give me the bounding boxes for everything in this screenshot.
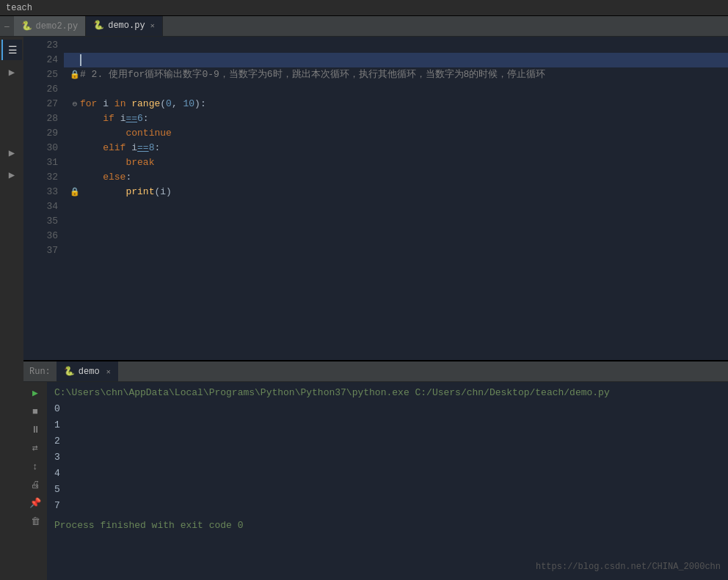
run-print-button[interactable]: 🖨 bbox=[26, 477, 45, 493]
code-line-31: break bbox=[64, 155, 728, 170]
watermark: https://blog.csdn.net/CHINA_2000chn bbox=[536, 559, 721, 574]
editor-area: 23 24 25 26 27 28 29 30 31 32 33 34 35 3… bbox=[23, 37, 728, 580]
sidebar-icon-3[interactable]: ▶ bbox=[1, 142, 22, 163]
code-line-30: elif i==8: bbox=[64, 141, 728, 155]
comment-hash: # 2. bbox=[80, 67, 109, 82]
code-line-35 bbox=[64, 214, 728, 229]
minus-icon: — bbox=[4, 22, 10, 31]
output-4: 4 bbox=[54, 466, 721, 482]
sidebar-icons: ☰ ▶ ▶ ▶ bbox=[0, 37, 23, 580]
run-tab-name: demo bbox=[79, 367, 100, 377]
run-pause-button[interactable]: ⏸ bbox=[26, 422, 45, 438]
tab-demo2-icon: 🐍 bbox=[21, 21, 32, 32]
sidebar-icon-2[interactable]: ▶ bbox=[1, 62, 22, 82]
tab-demo2[interactable]: 🐍 demo2.py bbox=[14, 16, 87, 36]
run-tab-bar: Run: 🐍 demo ✕ bbox=[23, 361, 728, 382]
tab-bar-left-icon: — bbox=[0, 16, 14, 36]
tab-bar: — 🐍 demo2.py 🐍 demo.py ✕ bbox=[0, 16, 728, 37]
run-tab-close[interactable]: ✕ bbox=[106, 367, 111, 376]
run-pin-button[interactable]: 📌 bbox=[26, 495, 45, 511]
tab-demo-icon: 🐍 bbox=[93, 20, 104, 31]
code-line-26 bbox=[64, 82, 728, 97]
code-line-32: else: bbox=[64, 170, 728, 185]
run-step-button[interactable]: ↕ bbox=[26, 458, 45, 474]
run-tab-icon: 🐍 bbox=[64, 366, 75, 377]
comment-text: 使用for循环输出数字0-9，当数字为6时，跳出本次循环，执行其他循环，当数字为… bbox=[109, 67, 545, 82]
run-trash-button[interactable]: 🗑 bbox=[26, 513, 45, 529]
code-line-36 bbox=[64, 229, 728, 243]
code-line-34 bbox=[64, 199, 728, 214]
run-output: C:\Users\chn\AppData\Local\Programs\Pyth… bbox=[47, 382, 728, 580]
output-5: 5 bbox=[54, 482, 721, 498]
code-line-25: 🔒 # 2. 使用for循环输出数字0-9，当数字为6时，跳出本次循环，执行其他… bbox=[64, 67, 728, 82]
run-body: ▶ ■ ⏸ ⇄ ↕ 🖨 📌 🗑 C:\Users\chn\AppData\Loc… bbox=[23, 382, 728, 580]
run-rerun-button[interactable]: ⇄ bbox=[26, 440, 45, 456]
output-1: 1 bbox=[54, 417, 721, 433]
cursor bbox=[80, 54, 81, 66]
run-command-line: C:\Users\chn\AppData\Local\Programs\Pyth… bbox=[54, 385, 721, 401]
menu-bar: teach bbox=[0, 0, 728, 16]
output-0: 0 bbox=[54, 401, 721, 417]
code-line-28: if i==6: bbox=[64, 111, 728, 126]
run-text: Run: bbox=[29, 367, 51, 377]
code-line-23 bbox=[64, 38, 728, 53]
tab-demo-close[interactable]: ✕ bbox=[150, 21, 155, 30]
app-title: teach bbox=[6, 3, 32, 13]
output-2: 2 bbox=[54, 433, 721, 449]
output-3: 3 bbox=[54, 449, 721, 466]
editor-container: ☰ ▶ ▶ ▶ 23 24 25 26 27 28 29 30 31 32 33… bbox=[0, 37, 728, 580]
code-line-33: 🔒 print(i) bbox=[64, 185, 728, 199]
run-play-button[interactable]: ▶ bbox=[26, 385, 45, 401]
run-stop-button[interactable]: ■ bbox=[26, 403, 45, 419]
process-finished: Process finished with exit code 0 bbox=[54, 518, 721, 533]
run-label: Run: bbox=[23, 361, 57, 381]
sidebar-structure-icon[interactable]: ☰ bbox=[1, 40, 22, 60]
tab-demo[interactable]: 🐍 demo.py ✕ bbox=[86, 16, 162, 36]
sidebar-icon-4[interactable]: ▶ bbox=[1, 164, 22, 185]
tab-demo-label: demo.py bbox=[108, 21, 145, 31]
line-numbers: 23 24 25 26 27 28 29 30 31 32 33 34 35 3… bbox=[23, 37, 64, 360]
run-tab-demo[interactable]: 🐍 demo ✕ bbox=[57, 361, 118, 381]
code-lines: 🔒 # 2. 使用for循环输出数字0-9，当数字为6时，跳出本次循环，执行其他… bbox=[64, 37, 728, 360]
code-line-37 bbox=[64, 243, 728, 258]
code-line-27: ⊖ for i in range(0, 10): bbox=[64, 97, 728, 111]
code-editor[interactable]: 23 24 25 26 27 28 29 30 31 32 33 34 35 3… bbox=[23, 37, 728, 360]
code-line-24 bbox=[64, 53, 728, 67]
output-7: 7 bbox=[54, 498, 721, 514]
run-panel: Run: 🐍 demo ✕ ▶ ■ ⏸ ⇄ ↕ 🖨 📌 bbox=[23, 360, 728, 580]
tab-demo2-label: demo2.py bbox=[36, 21, 79, 32]
code-line-29: continue bbox=[64, 126, 728, 141]
run-sidebar: ▶ ■ ⏸ ⇄ ↕ 🖨 📌 🗑 bbox=[23, 382, 47, 580]
